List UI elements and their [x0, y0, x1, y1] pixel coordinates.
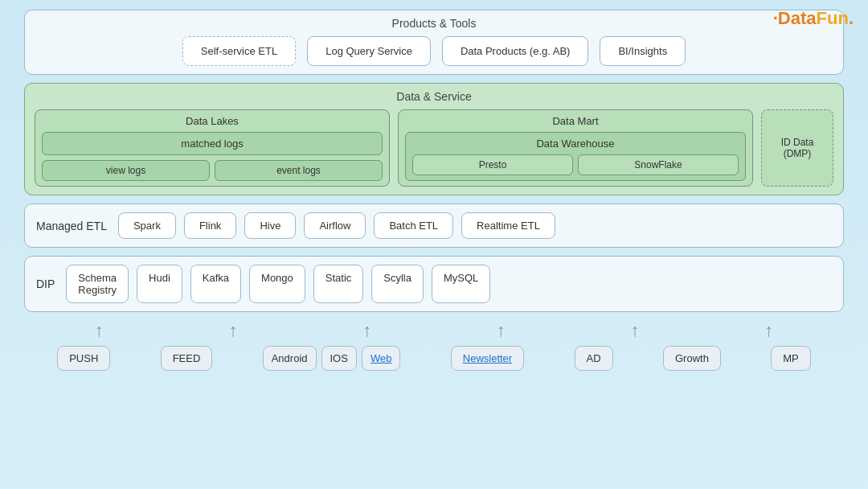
- dw-row: Presto SnowFlake: [412, 154, 739, 175]
- arrow-5: ↑: [630, 320, 639, 341]
- products-row: Self-service ETL Log Query Service Data …: [35, 36, 833, 66]
- arrow-2: ↑: [228, 320, 237, 341]
- bottom-web[interactable]: Web: [362, 346, 401, 371]
- arrow-4: ↑: [497, 320, 506, 341]
- bottom-row: PUSH FEED Android IOS Web Newsletter AD …: [24, 346, 844, 371]
- dip-label: DIP: [36, 277, 55, 290]
- data-mart-title: Data Mart: [405, 115, 746, 127]
- arrow-1: ↑: [95, 320, 104, 341]
- dip-scylla: Scylla: [371, 265, 424, 303]
- dip-mysql: MySQL: [432, 265, 490, 303]
- data-service-title: Data & Service: [35, 90, 833, 103]
- event-logs-box: event logs: [215, 160, 383, 181]
- snowflake-box: SnowFlake: [578, 154, 739, 175]
- dip-static: Static: [313, 265, 364, 303]
- dip-schema-registry: SchemaRegistry: [66, 265, 129, 303]
- dip-hudi: Hudi: [137, 265, 182, 303]
- id-data-col: ID Data(DMP): [761, 109, 833, 187]
- etl-airflow: Airflow: [304, 212, 366, 239]
- bottom-ad: AD: [575, 346, 613, 371]
- layer-managed-etl: Managed ETL Spark Flink Hive Airflow Bat…: [24, 203, 844, 248]
- bottom-newsletter[interactable]: Newsletter: [451, 346, 524, 371]
- dip-boxes: SchemaRegistry Hudi Kafka Mongo Static S…: [66, 265, 490, 303]
- etl-realtime: Realtime ETL: [461, 212, 555, 239]
- bottom-mp: MP: [771, 346, 811, 371]
- arrow-3: ↑: [362, 320, 371, 341]
- etl-spark: Spark: [118, 212, 176, 239]
- dip-mongo: Mongo: [249, 265, 305, 303]
- layer-products: Products & Tools Self-service ETL Log Qu…: [24, 10, 844, 75]
- products-title: Products & Tools: [35, 17, 833, 30]
- managed-etl-label: Managed ETL: [36, 220, 107, 232]
- data-service-inner: Data Lakes matched logs view logs event …: [35, 109, 833, 187]
- etl-flink: Flink: [184, 212, 236, 239]
- view-logs-box: view logs: [42, 160, 210, 181]
- product-self-service-etl: Self-service ETL: [182, 36, 296, 66]
- bottom-push: PUSH: [57, 346, 110, 371]
- data-lakes-title: Data Lakes: [42, 115, 383, 127]
- bottom-growth: Growth: [663, 346, 721, 371]
- bottom-ios: IOS: [321, 346, 357, 371]
- product-data-products: Data Products (e.g. AB): [442, 36, 589, 66]
- etl-batch: Batch ETL: [374, 212, 453, 239]
- matched-logs-box: matched logs: [42, 132, 383, 155]
- layer-dip: DIP SchemaRegistry Hudi Kafka Mongo Stat…: [24, 256, 844, 312]
- layer-data-service: Data & Service Data Lakes matched logs v…: [24, 83, 844, 195]
- data-mart-col: Data Mart Data Warehouse Presto SnowFlak…: [398, 109, 753, 187]
- product-bi-insights: BI/Insights: [600, 36, 686, 66]
- arrow-6: ↑: [764, 320, 773, 341]
- arrows-row: ↑ ↑ ↑ ↑ ↑ ↑: [24, 320, 844, 341]
- data-lakes-col: Data Lakes matched logs view logs event …: [35, 109, 390, 187]
- bottom-group-android: Android IOS Web: [263, 346, 401, 371]
- bottom-feed: FEED: [161, 346, 213, 371]
- page-wrapper: ·DataFun. Products & Tools Self-service …: [0, 0, 868, 489]
- datafun-logo: ·DataFun.: [773, 8, 854, 29]
- data-warehouse-box: Data Warehouse Presto SnowFlake: [405, 132, 746, 181]
- etl-hive: Hive: [244, 212, 296, 239]
- presto-box: Presto: [412, 154, 573, 175]
- dip-kafka: Kafka: [190, 265, 241, 303]
- logs-row: view logs event logs: [42, 160, 383, 181]
- etl-boxes: Spark Flink Hive Airflow Batch ETL Realt…: [118, 212, 555, 239]
- product-log-query-service: Log Query Service: [307, 36, 431, 66]
- bottom-android: Android: [263, 346, 317, 371]
- data-warehouse-title: Data Warehouse: [412, 138, 739, 150]
